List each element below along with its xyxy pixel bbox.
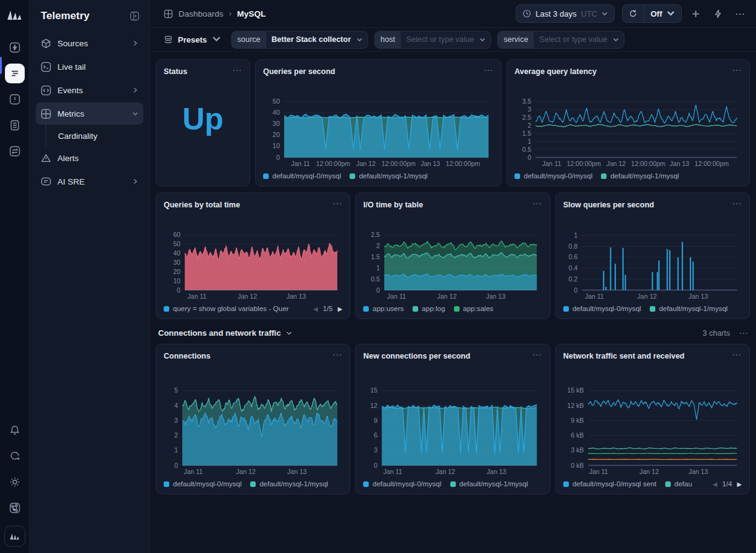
connections-chart[interactable]: 012345Jan 11Jan 12Jan 13	[164, 384, 342, 476]
plus-icon	[691, 9, 700, 19]
chart-legend: app:users app:log app:sales	[363, 305, 542, 312]
chart-legend: query = show global variables - Quer ◀ 1…	[164, 305, 342, 312]
new-connections-per-second-chart[interactable]: 03691215Jan 11Jan 12Jan 13	[363, 384, 542, 476]
svg-text:40: 40	[173, 249, 180, 257]
breadcrumb-current: MySQL	[237, 9, 266, 19]
legend-swatch	[563, 306, 569, 312]
sidebar-item-events[interactable]: Events	[36, 79, 143, 101]
sidebar-item-alerts[interactable]: Alerts	[36, 147, 143, 169]
sidebar-item-metrics[interactable]: Metrics	[36, 102, 143, 125]
legend-item[interactable]: query = show global variables - Quer	[164, 305, 304, 312]
filter-source[interactable]: source Better Stack collector	[231, 31, 368, 49]
breadcrumb-dashboards[interactable]: Dashboards	[178, 9, 224, 19]
refresh-button[interactable]	[623, 5, 644, 22]
network-traffic-chart[interactable]: 0 kB3 kB6 kB9 kB12 kB15 kBJan 11Jan 12Ja…	[563, 384, 742, 476]
card-menu-button[interactable]: ⋯	[232, 67, 242, 73]
pager-next-icon[interactable]: ▶	[737, 481, 742, 488]
workspace-avatar[interactable]	[4, 526, 25, 547]
sidebar-item-sources[interactable]: Sources	[36, 32, 143, 54]
filter-host[interactable]: host Select or type value	[374, 31, 491, 49]
legend-item[interactable]: default/mysql-0/mysql sent	[563, 480, 657, 488]
slow-queries-per-second-chart[interactable]: 00.20.40.60.81Jan 11Jan 12Jan 13	[563, 228, 742, 301]
svg-text:2: 2	[377, 242, 380, 249]
section-menu-button[interactable]: ⋯	[739, 330, 749, 336]
more-options-button[interactable]: ⋯	[731, 5, 749, 22]
legend-item[interactable]: defau	[665, 480, 692, 488]
chevron-down-icon	[286, 330, 292, 336]
pager-next-icon[interactable]: ▶	[338, 306, 343, 312]
svg-text:Jan 13: Jan 13	[487, 468, 506, 475]
sidebar-item-ai-sre[interactable]: AI SRE	[36, 170, 143, 193]
svg-text:50: 50	[173, 240, 180, 247]
card-menu-button[interactable]: ⋯	[732, 67, 742, 73]
card-menu-button[interactable]: ⋯	[484, 67, 494, 73]
notifications-button[interactable]	[5, 420, 25, 440]
pager-prev-icon[interactable]: ◀	[313, 306, 318, 312]
svg-text:12:00:00pm: 12:00:00pm	[316, 160, 351, 167]
pager-prev-icon[interactable]: ◀	[713, 481, 718, 488]
swap-arrows-icon	[9, 146, 20, 157]
queries-per-second-chart[interactable]: 01020304050Jan 1112:00:00pmJan 1212:00:0…	[263, 96, 494, 168]
svg-text:3.5: 3.5	[522, 98, 531, 105]
time-range-picker[interactable]: Last 3 days UTC	[516, 4, 615, 23]
sidebar-item-cardinality[interactable]: Cardinality	[36, 126, 143, 146]
command-menu-button[interactable]	[5, 498, 25, 518]
rail-item-incidents[interactable]	[5, 89, 25, 109]
status-value: Up	[164, 101, 242, 137]
svg-text:4: 4	[174, 402, 178, 409]
card-title: New connections per second	[363, 352, 470, 360]
legend-swatch	[164, 481, 169, 487]
rail-item-telemetry[interactable]	[5, 64, 25, 83]
legend-item[interactable]: default/mysql-1/mysql	[450, 480, 528, 488]
presets-dropdown[interactable]: Presets	[164, 34, 225, 45]
legend-item[interactable]: default/mysql-0/mysql	[563, 305, 641, 312]
collapse-sidebar-icon[interactable]	[130, 11, 140, 21]
legend-item[interactable]: default/mysql-1/mysql	[601, 172, 679, 180]
legend-item[interactable]: app:log	[413, 305, 445, 312]
card-menu-button[interactable]: ⋯	[332, 352, 342, 358]
feedback-button[interactable]	[5, 446, 25, 466]
card-menu-button[interactable]: ⋯	[732, 352, 742, 358]
legend-item[interactable]: default/mysql-0/mysql	[363, 480, 441, 488]
legend-item[interactable]: default/mysql-0/mysql	[514, 172, 592, 180]
legend-item[interactable]: default/mysql-1/mysql	[350, 172, 427, 180]
rail-item-uptime[interactable]	[5, 38, 25, 57]
card-menu-button[interactable]: ⋯	[332, 201, 342, 207]
section-toggle[interactable]: Connections and network traffic	[158, 328, 292, 338]
refresh-interval-dropdown[interactable]: Off	[644, 5, 681, 22]
legend-swatch	[164, 306, 169, 312]
svg-text:1.5: 1.5	[371, 253, 380, 260]
legend-item[interactable]: default/mysql-1/mysql	[250, 480, 328, 488]
svg-text:9 kB: 9 kB	[571, 417, 584, 424]
legend-item[interactable]: default/mysql-0/mysql	[263, 172, 341, 180]
legend-item[interactable]: default/mysql-1/mysql	[650, 305, 728, 312]
svg-text:Jan 13: Jan 13	[287, 468, 307, 475]
svg-text:Jan 12: Jan 12	[607, 160, 626, 167]
filter-service[interactable]: service Select or type value	[497, 31, 624, 49]
quick-actions-button[interactable]	[709, 5, 726, 22]
rail-item-status-pages[interactable]	[5, 115, 25, 135]
rail-item-integrations[interactable]	[5, 141, 25, 161]
add-chart-button[interactable]	[687, 5, 704, 22]
card-menu-button[interactable]: ⋯	[532, 201, 542, 207]
svg-text:10: 10	[272, 142, 280, 149]
svg-text:9: 9	[374, 417, 378, 424]
svg-text:50: 50	[272, 98, 280, 105]
theme-toggle-button[interactable]	[5, 472, 25, 492]
legend-item[interactable]: default/mysql-0/mysql	[164, 480, 242, 488]
chevron-down-icon	[666, 9, 675, 19]
average-query-latency-chart[interactable]: 00.511.522.533.5Jan 1112:00:00pmJan 1212…	[514, 96, 742, 168]
svg-text:Jan 11: Jan 11	[384, 468, 403, 475]
filter-bar: Presets source Better Stack collector ho…	[150, 28, 756, 52]
io-time-by-table-chart[interactable]: 00.511.522.5Jan 11Jan 12Jan 13	[363, 228, 542, 301]
card-menu-button[interactable]: ⋯	[532, 352, 542, 358]
betterstack-logo[interactable]	[6, 6, 24, 23]
card-menu-button[interactable]: ⋯	[732, 201, 742, 207]
legend-swatch	[263, 173, 269, 179]
queries-by-total-time-chart[interactable]: 0102030405060Jan 11Jan 12Jan 13	[164, 228, 342, 301]
sidebar-item-live-tail[interactable]: Live tail	[36, 56, 143, 78]
svg-text:2: 2	[174, 431, 178, 439]
svg-text:Jan 12: Jan 12	[356, 160, 376, 167]
legend-item[interactable]: app:users	[363, 305, 404, 312]
legend-item[interactable]: app:sales	[454, 305, 494, 312]
